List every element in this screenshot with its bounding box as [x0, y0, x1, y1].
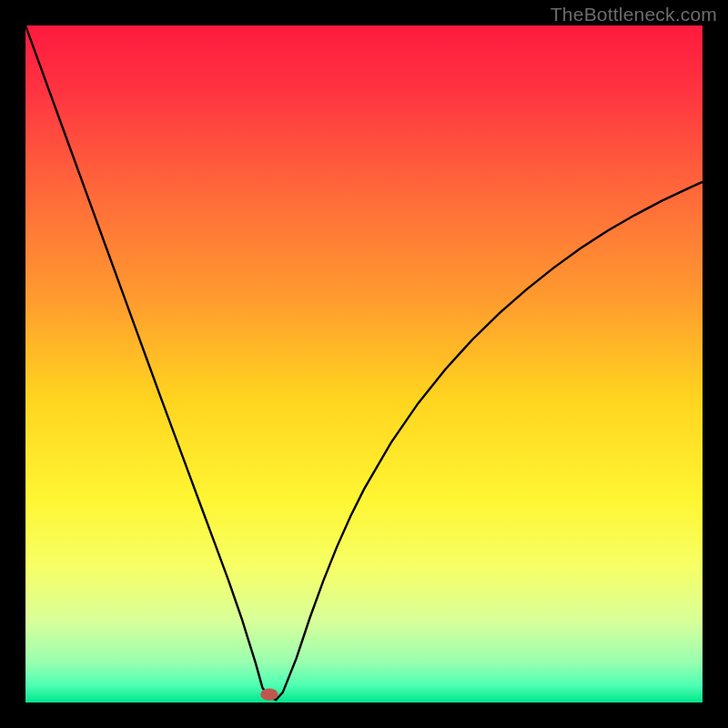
- optimal-point-marker: [260, 688, 278, 700]
- bottleneck-chart: [25, 25, 703, 703]
- watermark-text: TheBottleneck.com: [551, 4, 717, 25]
- chart-background: [25, 25, 703, 703]
- chart-frame: [25, 25, 703, 703]
